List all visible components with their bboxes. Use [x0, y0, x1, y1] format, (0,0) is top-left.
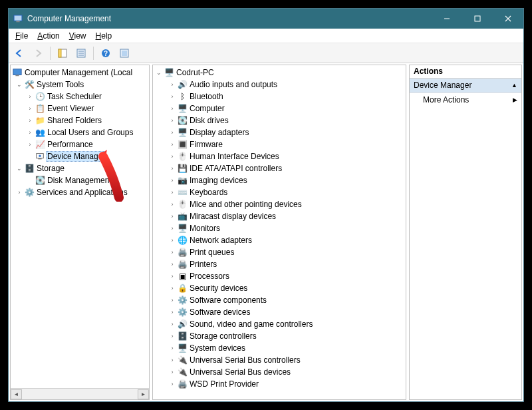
scroll-left-button[interactable]: ◄ [11, 389, 22, 399]
expand-collapse-icon[interactable]: › [168, 152, 177, 161]
expand-collapse-icon[interactable]: › [168, 296, 177, 305]
device-category[interactable]: ›⚙️Software devices [153, 306, 406, 318]
expand-collapse-icon[interactable]: › [168, 200, 177, 209]
device-category[interactable]: ›🖨️Print queues [153, 246, 406, 258]
device-category[interactable]: ›🖨️WSD Print Provider [153, 378, 406, 390]
refresh-button[interactable] [116, 45, 132, 61]
device-category[interactable]: ›🖱️Human Interface Devices [153, 150, 406, 162]
device-category[interactable]: ›🔌Universal Serial Bus controllers [153, 354, 406, 366]
expand-collapse-icon[interactable]: › [168, 331, 177, 341]
expand-collapse-icon[interactable]: › [168, 128, 177, 137]
device-tree[interactable]: ⌄ 🖥️ Codrut-PC ›🔊Audio inputs and output… [153, 65, 406, 399]
expand-collapse-icon[interactable]: › [168, 284, 177, 293]
expand-collapse-icon[interactable]: › [168, 212, 177, 221]
expand-collapse-icon[interactable]: › [168, 319, 177, 329]
device-category[interactable]: ›🖥️System devices [153, 342, 406, 354]
tree-shared-folders[interactable]: › 📁 Shared Folders [11, 114, 149, 126]
help-button[interactable]: ? [98, 45, 114, 61]
tree-task-scheduler[interactable]: › 🕒 Task Scheduler [11, 91, 149, 102]
device-category[interactable]: ›🖥️Display adapters [153, 126, 406, 138]
expand-collapse-icon[interactable]: › [25, 128, 35, 137]
properties-button[interactable] [73, 45, 89, 61]
expand-collapse-icon[interactable]: › [25, 140, 35, 149]
expand-collapse-icon[interactable]: › [168, 188, 177, 197]
expand-collapse-icon[interactable]: › [168, 272, 177, 281]
device-category[interactable]: ›🔒Security devices [153, 282, 406, 294]
device-category[interactable]: ›ᛒBluetooth [153, 91, 406, 102]
tree-system-tools[interactable]: ⌄ 🛠️ System Tools [11, 79, 149, 91]
device-category[interactable]: ›🖥️Computer [153, 102, 406, 114]
expand-collapse-icon[interactable]: › [168, 116, 177, 125]
tree-device-manager[interactable]: Device Manager [11, 150, 149, 162]
svg-rect-21 [38, 158, 41, 160]
horizontal-scrollbar[interactable]: ◄ ► [11, 388, 149, 399]
tree-local-users[interactable]: › 👥 Local Users and Groups [11, 126, 149, 138]
category-icon: 🖱️ [177, 199, 188, 210]
scroll-right-button[interactable]: ► [138, 389, 149, 399]
expand-collapse-icon[interactable]: › [168, 355, 177, 365]
device-category[interactable]: ›🔊Audio inputs and outputs [153, 79, 406, 91]
expand-collapse-icon[interactable]: › [168, 379, 177, 389]
expand-collapse-icon[interactable]: › [15, 188, 24, 197]
actions-more-actions[interactable]: More Actions ▶ [410, 93, 521, 107]
minimize-button[interactable] [432, 9, 462, 29]
actions-section-device-manager[interactable]: Device Manager ▲ [410, 79, 521, 93]
expand-spacer [25, 176, 35, 185]
tree-root[interactable]: Computer Management (Local [11, 67, 149, 79]
titlebar[interactable]: Computer Management [9, 9, 523, 29]
console-tree[interactable]: Computer Management (Local ⌄ 🛠️ System T… [11, 65, 149, 388]
category-icon: 🖥️ [177, 103, 188, 114]
tree-performance[interactable]: › 📈 Performance [11, 138, 149, 150]
expand-collapse-icon[interactable]: ⌄ [154, 68, 164, 77]
device-category[interactable]: ›🌐Network adapters [153, 234, 406, 246]
menu-file[interactable]: File [11, 30, 32, 42]
menu-view[interactable]: View [65, 30, 90, 42]
device-category[interactable]: ›💽Disk drives [153, 114, 406, 126]
device-root[interactable]: ⌄ 🖥️ Codrut-PC [153, 67, 406, 79]
expand-collapse-icon[interactable]: ⌄ [15, 164, 24, 173]
tree-disk-management[interactable]: 💽 Disk Management [11, 174, 149, 186]
expand-collapse-icon[interactable]: › [168, 224, 177, 233]
forward-button[interactable] [30, 45, 46, 61]
menu-help[interactable]: Help [92, 30, 116, 42]
expand-collapse-icon[interactable]: › [25, 92, 35, 101]
show-hide-tree-button[interactable] [55, 45, 70, 61]
expand-collapse-icon[interactable]: › [168, 248, 177, 257]
device-category[interactable]: ›🔌Universal Serial Bus devices [153, 366, 406, 378]
expand-collapse-icon[interactable]: › [168, 164, 177, 173]
expand-collapse-icon[interactable]: › [168, 80, 177, 89]
device-category[interactable]: ›▣Processors [153, 270, 406, 282]
device-category[interactable]: ›🔳Firmware [153, 138, 406, 150]
expand-collapse-icon[interactable]: ⌄ [15, 80, 24, 89]
expand-collapse-icon[interactable]: › [168, 260, 177, 269]
maximize-button[interactable] [462, 9, 493, 29]
expand-collapse-icon[interactable]: › [168, 104, 177, 113]
expand-collapse-icon[interactable]: › [168, 176, 177, 185]
expand-collapse-icon[interactable]: › [25, 116, 35, 125]
device-category[interactable]: ›🖱️Mice and other pointing devices [153, 198, 406, 210]
expand-collapse-icon[interactable]: › [25, 104, 35, 113]
tree-services-apps[interactable]: › ⚙️ Services and Applications [11, 186, 149, 198]
device-category[interactable]: ›💾IDE ATA/ATAPI controllers [153, 162, 406, 174]
tree-event-viewer[interactable]: › 📋 Event Viewer [11, 102, 149, 114]
close-button[interactable] [493, 9, 523, 29]
device-category[interactable]: ›⌨️Keyboards [153, 186, 406, 198]
device-category[interactable]: ›🖨️Printers [153, 258, 406, 270]
app-icon [13, 13, 23, 24]
back-button[interactable] [11, 45, 27, 61]
expand-collapse-icon[interactable]: › [168, 308, 177, 317]
device-category[interactable]: ›📷Imaging devices [153, 174, 406, 186]
device-category[interactable]: ›📺Miracast display devices [153, 210, 406, 222]
device-category[interactable]: ›🔊Sound, video and game controllers [153, 318, 406, 330]
expand-collapse-icon[interactable]: › [168, 343, 177, 353]
menu-action[interactable]: Action [33, 30, 63, 42]
expand-collapse-icon[interactable]: › [168, 92, 177, 101]
expand-collapse-icon[interactable]: › [168, 236, 177, 245]
device-category[interactable]: ›🗄️Storage controllers [153, 330, 406, 342]
expand-collapse-icon[interactable]: › [168, 367, 177, 377]
tree-label: Keyboards [190, 188, 227, 197]
expand-collapse-icon[interactable]: › [168, 140, 177, 149]
device-category[interactable]: ›🖥️Monitors [153, 222, 406, 234]
tree-storage[interactable]: ⌄ 🗄️ Storage [11, 162, 149, 174]
device-category[interactable]: ›⚙️Software components [153, 294, 406, 306]
